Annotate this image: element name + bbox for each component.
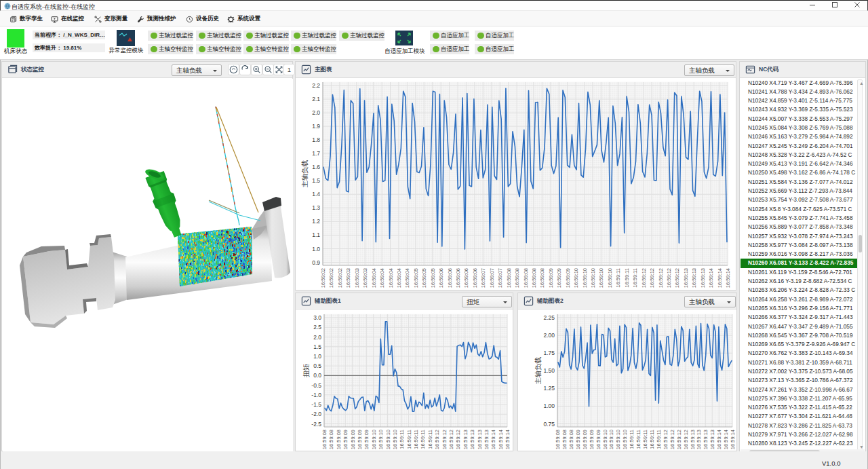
svg-text:16:59:08: 16:59:08 (336, 430, 342, 449)
svg-text:16:59:14: 16:59:14 (717, 268, 723, 288)
svg-text:16:59:11: 16:59:11 (629, 430, 635, 449)
svg-text:16:59:12: 16:59:12 (455, 430, 461, 449)
svg-text:16:59:10: 16:59:10 (608, 430, 614, 449)
svg-text:2.1: 2.1 (312, 96, 320, 102)
svg-text:3.0: 3.0 (313, 314, 321, 321)
svg-text:2.0: 2.0 (313, 334, 321, 341)
svg-text:16:59:10: 16:59:10 (622, 430, 628, 449)
svg-text:16:59:12: 16:59:12 (641, 268, 647, 288)
svg-text:16:59:12: 16:59:12 (676, 430, 682, 449)
svg-text:16:59:10: 16:59:10 (602, 430, 608, 449)
svg-text:16:59:08: 16:59:08 (321, 430, 328, 449)
svg-text:16:59:08: 16:59:08 (531, 268, 537, 288)
svg-text:16:59:10: 16:59:10 (607, 268, 613, 288)
svg-text:2.0: 2.0 (312, 109, 320, 116)
svg-text:1.75: 1.75 (543, 350, 555, 356)
svg-text:16:59:11: 16:59:11 (399, 430, 405, 449)
svg-text:16:59:06: 16:59:06 (447, 268, 453, 288)
svg-text:16:59:14: 16:59:14 (498, 430, 504, 449)
svg-text:16:59:11: 16:59:11 (649, 430, 655, 449)
svg-text:-0.5: -0.5 (311, 382, 321, 389)
svg-text:16:59:07: 16:59:07 (480, 268, 486, 288)
svg-text:16:59:10: 16:59:10 (598, 268, 604, 288)
svg-text:-1.5: -1.5 (311, 401, 321, 408)
svg-text:16:59:12: 16:59:12 (441, 430, 448, 449)
svg-text:2.25: 2.25 (543, 314, 555, 321)
svg-text:16:59:02: 16:59:02 (320, 268, 326, 288)
svg-text:16:59:08: 16:59:08 (506, 268, 512, 288)
svg-text:16:59:04: 16:59:04 (379, 268, 385, 288)
svg-text:2.5: 2.5 (313, 324, 321, 331)
svg-text:1.3: 1.3 (312, 204, 320, 211)
svg-text:16:59:09: 16:59:09 (575, 430, 581, 449)
svg-text:16:59:09: 16:59:09 (565, 268, 571, 288)
svg-text:1.6: 1.6 (312, 164, 320, 170)
svg-text:16:59:14: 16:59:14 (723, 430, 729, 449)
svg-text:0.75: 0.75 (543, 421, 555, 428)
svg-text:16:59:09: 16:59:09 (357, 430, 363, 449)
svg-text:16:59:04: 16:59:04 (371, 268, 377, 288)
svg-text:16:59:09: 16:59:09 (363, 430, 370, 449)
svg-text:16:59:11: 16:59:11 (406, 430, 412, 449)
svg-text:16:59:12: 16:59:12 (434, 430, 440, 449)
svg-text:-2.0: -2.0 (311, 411, 321, 417)
svg-text:16:59:06: 16:59:06 (463, 268, 469, 288)
svg-text:16:59:10: 16:59:10 (385, 430, 391, 449)
svg-text:16:59:14: 16:59:14 (725, 268, 731, 288)
svg-text:16:59:08: 16:59:08 (523, 268, 529, 288)
svg-text:1.7: 1.7 (312, 150, 320, 157)
svg-text:2.2: 2.2 (312, 82, 320, 89)
svg-text:16:59:05: 16:59:05 (413, 268, 419, 288)
svg-text:16:59:08: 16:59:08 (568, 430, 574, 449)
svg-text:16:59:06: 16:59:06 (472, 268, 478, 288)
svg-text:16:59:12: 16:59:12 (448, 430, 454, 449)
svg-text:16:59:12: 16:59:12 (674, 268, 680, 288)
svg-text:16:59:13: 16:59:13 (477, 430, 483, 449)
svg-text:16:59:06: 16:59:06 (438, 268, 444, 288)
svg-text:1.1: 1.1 (312, 231, 320, 238)
svg-text:16:59:10: 16:59:10 (392, 430, 398, 449)
svg-text:16:59:10: 16:59:10 (590, 268, 596, 288)
svg-text:16:59:10: 16:59:10 (615, 430, 621, 449)
svg-text:16:59:11: 16:59:11 (635, 430, 642, 449)
svg-text:16:59:10: 16:59:10 (582, 268, 588, 288)
svg-text:1.50: 1.50 (543, 367, 555, 374)
svg-text:16:59:14: 16:59:14 (490, 430, 496, 449)
svg-text:16:59:11: 16:59:11 (656, 430, 662, 449)
svg-text:1.8: 1.8 (312, 136, 320, 143)
svg-text:16:59:11: 16:59:11 (632, 268, 638, 288)
svg-text:0.5: 0.5 (313, 362, 321, 369)
svg-text:16:59:08: 16:59:08 (555, 430, 561, 449)
svg-text:1.00: 1.00 (543, 402, 555, 409)
svg-text:1.9: 1.9 (312, 123, 320, 130)
svg-text:16:59:13: 16:59:13 (696, 430, 702, 449)
svg-text:16:59:09: 16:59:09 (589, 430, 595, 449)
svg-text:1.5: 1.5 (313, 343, 321, 350)
svg-text:-1.0: -1.0 (311, 392, 321, 398)
svg-text:16:59:09: 16:59:09 (556, 268, 562, 288)
svg-text:16:59:06: 16:59:06 (455, 268, 461, 288)
svg-text:16:59:08: 16:59:08 (514, 268, 520, 288)
svg-text:16:59:08: 16:59:08 (561, 430, 568, 449)
svg-text:16:59:14: 16:59:14 (716, 430, 722, 449)
svg-text:16:59:11: 16:59:11 (427, 430, 433, 449)
svg-text:16:59:11: 16:59:11 (413, 430, 419, 449)
svg-text:16:59:13: 16:59:13 (683, 268, 689, 288)
svg-text:16:59:02: 16:59:02 (328, 268, 334, 288)
svg-text:0.0: 0.0 (313, 372, 321, 379)
svg-text:16:59:03: 16:59:03 (362, 268, 368, 288)
svg-text:16:59:10: 16:59:10 (371, 430, 377, 449)
svg-text:16:59:02: 16:59:02 (337, 268, 343, 288)
svg-text:16:59:13: 16:59:13 (703, 430, 709, 449)
svg-text:16:59:13: 16:59:13 (691, 268, 697, 288)
svg-text:16:59:04: 16:59:04 (396, 268, 402, 288)
svg-text:16:59:10: 16:59:10 (573, 268, 579, 288)
svg-text:16:59:09: 16:59:09 (342, 430, 349, 449)
svg-text:16:59:09: 16:59:09 (548, 268, 554, 288)
svg-text:16:59:08: 16:59:08 (539, 268, 545, 288)
svg-text:16:59:13: 16:59:13 (709, 430, 715, 449)
svg-text:1.4: 1.4 (312, 191, 320, 198)
svg-text:16:59:09: 16:59:09 (350, 430, 356, 449)
svg-text:16:59:03: 16:59:03 (345, 268, 351, 288)
svg-text:16:59:12: 16:59:12 (669, 430, 675, 449)
